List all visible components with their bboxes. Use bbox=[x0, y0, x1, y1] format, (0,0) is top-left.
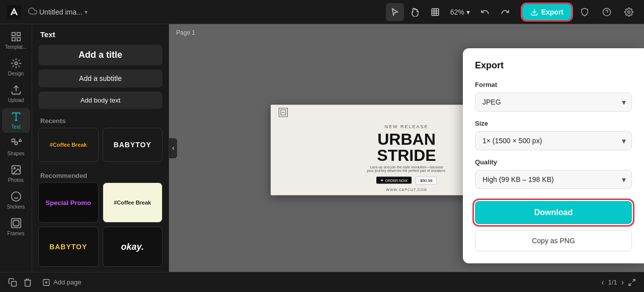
rec-okay[interactable]: okay. bbox=[103, 227, 163, 267]
quality-select-wrap: Low Medium High (99 KB – 198 KB) ▾ bbox=[475, 170, 632, 189]
export-panel: Export Format JPEG PNG PDF SVG GIF ▾ Siz… bbox=[463, 48, 644, 263]
add-body-button[interactable]: Add body text bbox=[38, 91, 163, 109]
recent-coffee-text: #Coffee Break bbox=[48, 140, 89, 150]
rec-okay-text: okay. bbox=[121, 242, 144, 252]
next-page-button[interactable]: › bbox=[621, 278, 624, 287]
sidebar-item-templates[interactable]: Templat... bbox=[2, 28, 30, 53]
recommended-grid: Special Promo #Coffee Break BABYTOY okay… bbox=[32, 182, 169, 271]
sidebar-item-text[interactable]: Text bbox=[2, 108, 30, 133]
collapse-sidebar-button[interactable] bbox=[169, 138, 177, 158]
page-count: 1/1 bbox=[608, 278, 617, 286]
bottom-bar: Add page ‹ 1/1 › bbox=[0, 272, 644, 292]
page-label: Page 1 bbox=[176, 29, 195, 36]
svg-rect-8 bbox=[17, 38, 20, 41]
undo-button[interactable] bbox=[476, 3, 494, 21]
rec-special-promo[interactable]: Special Promo bbox=[38, 182, 99, 223]
app-logo[interactable] bbox=[6, 4, 22, 20]
format-label: Format bbox=[475, 81, 632, 88]
format-select-wrap: JPEG PNG PDF SVG GIF ▾ bbox=[475, 92, 632, 112]
design-order-button: ★ ORDER NOW bbox=[376, 177, 412, 184]
document-title-area[interactable]: Untitled ima... ▾ bbox=[28, 7, 88, 18]
bottom-right: ‹ 1/1 › bbox=[601, 278, 636, 287]
recents-grid: #Coffee Break BABYTOY bbox=[32, 128, 169, 166]
sidebar-stickers-label: Stickers bbox=[7, 204, 25, 210]
quality-label: Quality bbox=[475, 158, 632, 166]
help-button[interactable] bbox=[598, 3, 616, 21]
frame-tool-button[interactable] bbox=[426, 3, 444, 21]
prev-page-button[interactable]: ‹ bbox=[601, 278, 604, 287]
sidebar-templates-label: Templat... bbox=[5, 44, 27, 50]
svg-rect-26 bbox=[12, 281, 17, 286]
sidebar-photos-label: Photos bbox=[8, 177, 24, 183]
svg-rect-6 bbox=[12, 33, 15, 36]
format-select[interactable]: JPEG PNG PDF SVG GIF bbox=[475, 92, 632, 112]
export-button-label: Export bbox=[541, 8, 564, 16]
svg-marker-16 bbox=[19, 139, 22, 142]
fullscreen-button[interactable] bbox=[628, 278, 636, 286]
export-button[interactable]: Export bbox=[522, 4, 572, 20]
svg-rect-0 bbox=[7, 5, 21, 19]
sidebar-shapes-label: Shapes bbox=[8, 151, 25, 156]
sidebar-item-frames[interactable]: Frames bbox=[2, 215, 30, 239]
select-tool-button[interactable] bbox=[386, 3, 404, 21]
rec-coffee-break[interactable]: #Coffee Break bbox=[103, 182, 163, 223]
design-description: Lace-up and join the style revolution—be… bbox=[366, 165, 447, 172]
sidebar-item-shapes[interactable]: Shapes bbox=[2, 135, 30, 159]
svg-rect-15 bbox=[12, 139, 15, 142]
document-name: Untitled ima... bbox=[39, 8, 83, 16]
recents-label: Recents bbox=[32, 111, 169, 128]
topbar-right: Export bbox=[522, 3, 638, 21]
export-panel-title: Export bbox=[475, 60, 632, 71]
sidebar-text-label: Text bbox=[11, 124, 20, 130]
add-subtitle-button[interactable]: Add a subtitle bbox=[38, 69, 163, 87]
redo-button[interactable] bbox=[496, 3, 514, 21]
sidebar-item-upload[interactable]: Upload bbox=[2, 81, 30, 106]
topbar: Untitled ima... ▾ 62% ▾ bbox=[0, 0, 644, 24]
left-panel: Text Add a title Add a subtitle Add body… bbox=[32, 24, 169, 272]
svg-rect-9 bbox=[12, 38, 15, 41]
svg-point-19 bbox=[11, 192, 20, 201]
hand-tool-button[interactable] bbox=[406, 3, 424, 21]
recommended-label: Recommended bbox=[32, 166, 169, 182]
sidebar-frames-label: Frames bbox=[8, 231, 25, 236]
copy-png-button[interactable]: Copy as PNG bbox=[475, 230, 632, 251]
cloud-icon bbox=[28, 7, 37, 18]
svg-point-10 bbox=[15, 62, 18, 65]
delete-page-button[interactable] bbox=[23, 278, 32, 287]
design-price-badge: $50.99 bbox=[416, 176, 437, 184]
quality-select[interactable]: Low Medium High (99 KB – 198 KB) bbox=[475, 170, 632, 189]
svg-rect-7 bbox=[17, 33, 20, 36]
duplicate-page-button[interactable] bbox=[8, 278, 17, 287]
canvas-area[interactable]: Page 1 Home Shop Contact Ab bbox=[169, 24, 644, 272]
size-label: Size bbox=[475, 120, 632, 127]
sidebar-upload-label: Upload bbox=[8, 98, 24, 103]
add-page-label: Add page bbox=[53, 278, 82, 286]
rec-babytoy2[interactable]: BABYTOY bbox=[38, 227, 99, 267]
svg-rect-1 bbox=[432, 9, 439, 16]
shield-button[interactable] bbox=[576, 3, 594, 21]
settings-button[interactable] bbox=[620, 3, 638, 21]
size-select-wrap: 1× (1500 × 500 px) 2× (3000 × 1000 px) ▾ bbox=[475, 131, 632, 150]
svg-line-30 bbox=[632, 279, 635, 282]
zoom-control[interactable]: 62% ▾ bbox=[446, 6, 474, 18]
sidebar-design-label: Design bbox=[8, 71, 24, 76]
sidebar-item-stickers[interactable]: Stickers bbox=[2, 188, 30, 213]
svg-line-31 bbox=[629, 283, 631, 285]
rec-coffee-text: #Coffee Break bbox=[114, 200, 151, 206]
sidebar-item-design[interactable]: Design bbox=[2, 55, 30, 79]
size-select[interactable]: 1× (1500 × 500 px) 2× (3000 × 1000 px) bbox=[475, 131, 632, 150]
rec-special-text: Special Promo bbox=[46, 199, 91, 207]
recent-coffee-break[interactable]: #Coffee Break bbox=[38, 128, 99, 162]
add-title-button[interactable]: Add a title bbox=[38, 45, 163, 65]
add-page-button[interactable]: Add page bbox=[38, 276, 86, 288]
document-dropdown-arrow: ▾ bbox=[85, 9, 88, 16]
sidebar-item-photos[interactable]: Photos bbox=[2, 161, 30, 186]
download-button[interactable]: Download bbox=[475, 201, 632, 224]
toolbar: 62% ▾ bbox=[386, 3, 514, 21]
panel-title: Text bbox=[32, 24, 169, 43]
sidebar-icons: Templat... Design Upload Text bbox=[0, 24, 32, 272]
recent-babytoy[interactable]: BABYTOY bbox=[103, 128, 163, 162]
recent-babytoy-text: BABYTOY bbox=[114, 141, 151, 149]
rec-babytoy2-text: BABYTOY bbox=[49, 243, 87, 251]
design-logo bbox=[279, 108, 288, 117]
